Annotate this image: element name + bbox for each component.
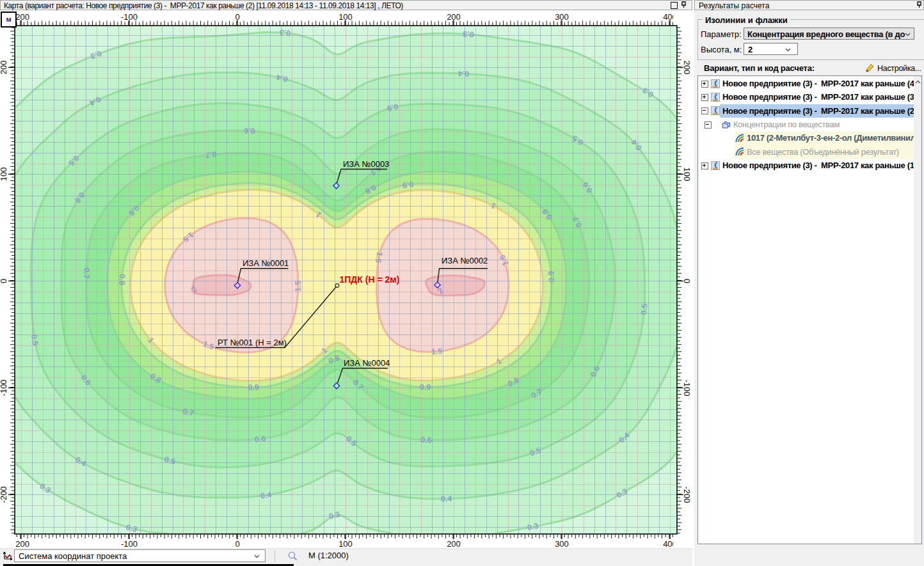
svg-text:1ПДК (Н = 2м): 1ПДК (Н = 2м) bbox=[340, 274, 400, 285]
svg-text:0.9: 0.9 bbox=[117, 274, 127, 285]
svg-text:0.5: 0.5 bbox=[29, 334, 40, 347]
svg-text:ИЗА №0003: ИЗА №0003 bbox=[343, 159, 389, 169]
svg-text:0.9: 0.9 bbox=[402, 179, 414, 189]
svg-text:1.5: 1.5 bbox=[294, 281, 303, 292]
svg-text:0.7: 0.7 bbox=[82, 267, 91, 279]
svg-text:0.9: 0.9 bbox=[546, 271, 556, 282]
svg-text:0.9: 0.9 bbox=[248, 383, 259, 392]
svg-text:0.6: 0.6 bbox=[244, 126, 255, 136]
svg-text:0.9: 0.9 bbox=[420, 382, 431, 391]
svg-text:0.7: 0.7 bbox=[205, 150, 218, 160]
svg-text:0.3: 0.3 bbox=[279, 28, 291, 38]
svg-text:ИЗА №0004: ИЗА №0004 bbox=[344, 358, 390, 368]
svg-text:0.3: 0.3 bbox=[463, 29, 474, 39]
svg-text:ИЗА №0001: ИЗА №0001 bbox=[243, 258, 289, 268]
svg-text:ИЗА №0002: ИЗА №0002 bbox=[442, 256, 488, 265]
svg-text:0.4: 0.4 bbox=[260, 491, 272, 501]
svg-text:1.5: 1.5 bbox=[431, 347, 442, 356]
svg-text:0.6: 0.6 bbox=[420, 436, 432, 444]
svg-text:0.4: 0.4 bbox=[441, 494, 452, 503]
svg-text:0.6: 0.6 bbox=[254, 434, 266, 444]
svg-text:РТ №001 (Н = 2м): РТ №001 (Н = 2м) bbox=[218, 338, 287, 347]
svg-text:0.4: 0.4 bbox=[458, 69, 469, 79]
svg-text:0.5: 0.5 bbox=[639, 303, 649, 315]
